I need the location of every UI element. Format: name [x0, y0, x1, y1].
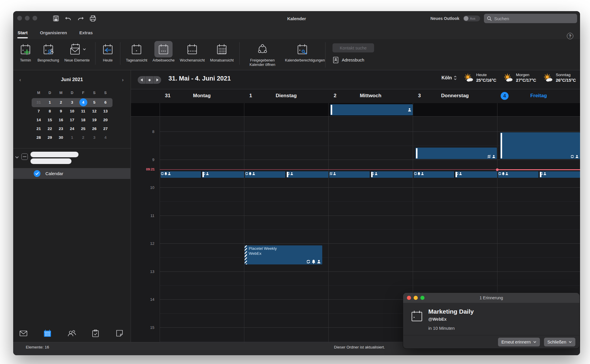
- tab-organisieren[interactable]: Organisieren: [40, 29, 67, 36]
- reminder-zoom-button[interactable]: [420, 296, 424, 300]
- mini-day[interactable]: 30: [55, 133, 66, 142]
- mini-day[interactable]: 26: [89, 124, 100, 133]
- mini-day[interactable]: 29: [44, 133, 55, 142]
- ribbon-button-freigegebenen-kalender-ffnen[interactable]: Freigegebenen Kalender öffnen: [243, 41, 282, 67]
- mini-day[interactable]: 1: [44, 98, 55, 107]
- ribbon-button-arbeitswoche[interactable]: Arbeitswoche: [150, 41, 177, 67]
- day-header-mittwoch[interactable]: 2 Mittwoch: [328, 89, 413, 103]
- ribbon-button-neue-elemente[interactable]: Neue Elemente: [62, 41, 92, 67]
- timed-event[interactable]: [500, 132, 580, 159]
- all-day-cell[interactable]: [497, 103, 580, 117]
- mini-day[interactable]: 21: [33, 124, 44, 133]
- search-field[interactable]: [484, 14, 577, 23]
- search-input[interactable]: [494, 16, 574, 21]
- ribbon-button-termin[interactable]: Termin: [16, 41, 35, 67]
- meeting-chip[interactable]: [329, 171, 370, 178]
- module-calendar-active[interactable]: [43, 329, 52, 338]
- mini-day[interactable]: 28: [33, 133, 44, 142]
- meeting-chip[interactable]: [455, 171, 497, 178]
- snooze-button[interactable]: Erneut erinnern: [498, 338, 540, 346]
- mini-day[interactable]: 3: [89, 133, 100, 142]
- weather-sonntag[interactable]: Sonntag 26°C/15°C: [544, 73, 576, 83]
- mini-next-month-icon[interactable]: ›: [122, 77, 124, 83]
- mini-day[interactable]: 5: [89, 98, 100, 107]
- mini-day[interactable]: 8: [44, 107, 55, 115]
- mini-day[interactable]: 25: [78, 124, 89, 133]
- all-day-event[interactable]: [330, 104, 413, 115]
- module-mail[interactable]: [19, 329, 28, 338]
- mini-day[interactable]: 16: [55, 115, 66, 124]
- mini-day[interactable]: 19: [89, 115, 100, 124]
- help-icon[interactable]: ?: [567, 33, 573, 39]
- mini-day[interactable]: 10: [66, 107, 78, 115]
- weather-morgen[interactable]: Morgen 27°C/17°C: [504, 73, 536, 83]
- ribbon-button-besprechung[interactable]: Besprechung: [35, 41, 62, 67]
- module-people[interactable]: [67, 329, 76, 338]
- module-notes[interactable]: [115, 329, 124, 338]
- mini-day[interactable]: 3: [66, 98, 78, 107]
- mini-day[interactable]: 22: [44, 124, 55, 133]
- mini-day[interactable]: 9: [55, 107, 66, 115]
- mini-day[interactable]: 7: [33, 107, 44, 115]
- module-tasks[interactable]: [91, 329, 100, 338]
- all-day-cell[interactable]: [160, 103, 244, 117]
- mini-day[interactable]: 24: [66, 124, 78, 133]
- meeting-chip[interactable]: [498, 171, 538, 178]
- reminder-minimize-button[interactable]: [414, 296, 418, 300]
- mini-day[interactable]: 2: [78, 133, 89, 142]
- mini-calendar-header: ‹ Juni 2021 ›: [13, 77, 131, 84]
- dismiss-button[interactable]: Schließen: [544, 338, 575, 346]
- ribbon-button-kalenderberechtigungen[interactable]: Kalenderberechtigungen: [282, 41, 322, 67]
- meeting-chip[interactable]: [161, 171, 201, 178]
- day-header-montag[interactable]: 31 Montag: [160, 89, 244, 103]
- adressbuch-button[interactable]: Adressbuch: [332, 57, 374, 64]
- ribbon-button-monatsansicht[interactable]: Monatsansicht: [207, 41, 236, 67]
- group-checkbox-indeterminate[interactable]: [21, 153, 28, 160]
- timed-event[interactable]: [415, 148, 497, 159]
- mini-day[interactable]: 13: [100, 107, 111, 115]
- meeting-chip[interactable]: [287, 171, 328, 178]
- ribbon-button-heute[interactable]: Heute: [98, 41, 117, 67]
- mini-day[interactable]: 11: [78, 107, 89, 115]
- mini-day[interactable]: 1: [66, 133, 78, 142]
- meeting-chip[interactable]: [245, 171, 285, 178]
- meeting-chip[interactable]: [202, 171, 244, 178]
- mini-day[interactable]: 23: [55, 124, 66, 133]
- reminder-close-button[interactable]: [407, 296, 411, 300]
- kontakt-suche-button[interactable]: Kontakt suche: [332, 43, 374, 52]
- mini-day[interactable]: 20: [100, 115, 111, 124]
- mini-day[interactable]: 2: [55, 98, 66, 107]
- mini-day[interactable]: 31: [33, 98, 44, 107]
- ribbon-button-wochenansicht[interactable]: Wochenansicht: [177, 41, 207, 67]
- day-header-dienstag[interactable]: 1 Dienstag: [244, 89, 328, 103]
- prev-week-icon[interactable]: [138, 76, 145, 84]
- weather-city[interactable]: Köln: [441, 75, 457, 81]
- meeting-chip[interactable]: [540, 171, 580, 178]
- meeting-chip[interactable]: [371, 171, 413, 178]
- mini-day[interactable]: 18: [78, 115, 89, 124]
- mini-day[interactable]: 14: [33, 115, 44, 124]
- meeting-chip[interactable]: [414, 171, 454, 178]
- mini-day[interactable]: 6: [100, 98, 111, 107]
- mini-day[interactable]: 15: [44, 115, 55, 124]
- next-week-icon[interactable]: [153, 76, 161, 84]
- mini-day-today[interactable]: 4: [78, 98, 89, 107]
- tab-start[interactable]: Start: [17, 29, 28, 36]
- day-header-freitag[interactable]: 4 Freitag: [497, 89, 580, 103]
- calendar-folder-row[interactable]: Calendar: [13, 168, 130, 179]
- today-diamond-icon[interactable]: [145, 76, 153, 84]
- chevron-down-icon[interactable]: [15, 155, 19, 160]
- mini-day[interactable]: 12: [89, 107, 100, 115]
- all-day-cell[interactable]: [244, 103, 328, 117]
- tab-extras[interactable]: Extras: [79, 29, 93, 36]
- calendar-checkbox-checked[interactable]: [34, 170, 40, 177]
- all-day-cell[interactable]: [413, 103, 497, 117]
- weather-heute[interactable]: Heute 25°C/16°C: [464, 73, 497, 83]
- mini-day[interactable]: 17: [66, 115, 78, 124]
- neues-outlook-toggle[interactable]: Aus: [463, 16, 480, 21]
- mini-day[interactable]: 27: [100, 124, 111, 133]
- day-header-donnerstag[interactable]: 3 Donnerstag: [413, 89, 497, 103]
- mini-day[interactable]: 4: [100, 133, 111, 142]
- event-placetel-weekly[interactable]: Placetel WeeklyWebEx: [245, 245, 322, 264]
- ribbon-button-tagesansicht[interactable]: Tagesansicht: [123, 41, 150, 67]
